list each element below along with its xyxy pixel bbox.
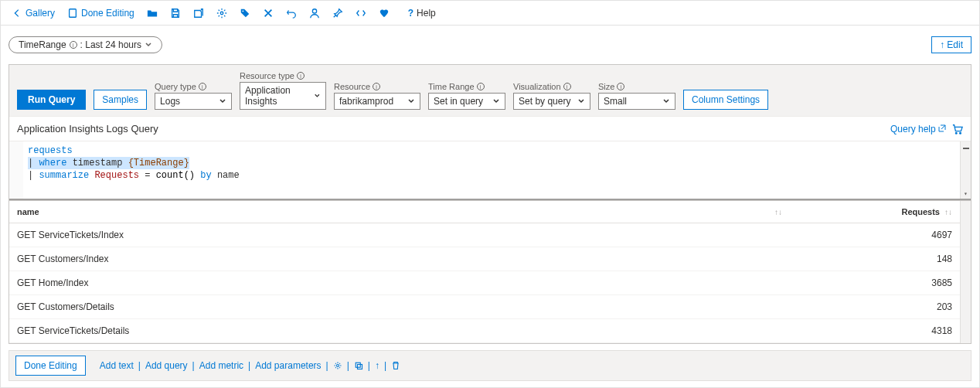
samples-button[interactable]: Samples (94, 90, 147, 110)
heart-icon (379, 8, 390, 19)
tok-table: requests (28, 145, 73, 156)
pill-prefix: TimeRange (19, 39, 66, 50)
tag-button[interactable] (235, 5, 255, 21)
cell-name: GET ServiceTickets/Details (9, 319, 790, 342)
shopping-cart-icon[interactable] (952, 124, 963, 134)
col-header-requests-label: Requests (901, 207, 940, 216)
querytype-label: Query type (155, 82, 196, 91)
pin-button[interactable] (328, 5, 348, 21)
svg-point-6 (336, 365, 339, 367)
save-button[interactable] (165, 5, 185, 21)
query-toolbar: Run Query Samples Query typei Logs Resou… (9, 65, 971, 117)
svg-point-2 (242, 10, 243, 12)
sort-icon: ↑↓ (774, 208, 782, 216)
svg-rect-7 (356, 362, 360, 367)
svg-point-3 (312, 9, 316, 12)
help-button[interactable]: ? Help (403, 5, 441, 21)
table-row[interactable]: GET Home/Index3685 (9, 271, 960, 295)
tok-summarize: summarize (39, 170, 89, 181)
table-row[interactable]: GET ServiceTickets/Index4697 (9, 223, 960, 247)
redo-button[interactable] (305, 5, 325, 21)
restype-label: Resource type (240, 71, 294, 80)
querytype-value: Logs (160, 96, 180, 107)
move-up-button[interactable]: ↑ (375, 360, 379, 371)
table-row[interactable]: GET Customers/Index148 (9, 247, 960, 271)
viz-label: Visualization (513, 82, 561, 91)
add-parameters-link[interactable]: Add parameters (255, 360, 321, 371)
tok-param: {TimeRange} (128, 158, 189, 168)
arrow-left-icon (12, 8, 22, 19)
resource-value: fabrikamprod (339, 96, 393, 107)
gallery-button[interactable]: Gallery (7, 5, 60, 21)
col-header-name-label: name (17, 207, 39, 216)
timerange-parameter-pill[interactable]: TimeRange i : Last 24 hours (9, 36, 162, 53)
gear-icon (216, 8, 227, 19)
cell-requests: 4697 (790, 223, 960, 247)
done-editing-bottom-button[interactable]: Done Editing (15, 356, 86, 376)
done-editing-top-button[interactable]: Done Editing (63, 5, 139, 21)
table-row[interactable]: GET ServiceTickets/Details4318 (9, 319, 960, 343)
chevron-down-icon (407, 97, 415, 105)
column-settings-button[interactable]: Column Settings (683, 90, 768, 110)
resource-dropdown[interactable]: fabrikamprod (334, 93, 420, 110)
querytype-dropdown[interactable]: Logs (155, 93, 232, 110)
done-editing-top-label: Done Editing (81, 8, 134, 19)
info-icon: i (563, 83, 571, 90)
chevron-down-icon (492, 97, 500, 105)
delete-button[interactable] (258, 5, 278, 21)
editor-content[interactable]: requests | where timestamp {TimeRange} |… (23, 141, 960, 199)
editor-scrollbar[interactable]: ▾ (960, 141, 971, 199)
add-query-link[interactable]: Add query (145, 360, 188, 371)
chevron-down-icon (577, 97, 585, 105)
add-text-link[interactable]: Add text (100, 360, 134, 371)
external-link-icon (938, 124, 946, 132)
person-icon (309, 8, 320, 19)
tag-icon (240, 8, 250, 19)
add-metric-link[interactable]: Add metric (199, 360, 243, 371)
info-icon: i (297, 72, 305, 80)
pill-suffix: : Last 24 hours (80, 39, 141, 50)
gear-icon[interactable] (333, 361, 342, 370)
cell-name: GET Customers/Details (9, 295, 790, 318)
col-header-requests[interactable]: Requests ↑↓ (790, 201, 960, 223)
editor-gutter (9, 141, 23, 199)
edit-step-button[interactable]: ↑ Edit (931, 36, 971, 53)
svg-point-1 (220, 12, 223, 15)
save-as-button[interactable] (189, 5, 209, 21)
cell-requests: 148 (790, 247, 960, 271)
feedback-button[interactable] (374, 5, 394, 21)
kql-editor[interactable]: requests | where timestamp {TimeRange} |… (9, 141, 971, 200)
size-value: Small (604, 96, 627, 107)
timerange-dropdown[interactable]: Set in query (428, 93, 505, 110)
tok-eq: = (139, 170, 156, 181)
run-query-button[interactable]: Run Query (17, 90, 86, 110)
clone-icon[interactable] (354, 361, 363, 370)
gallery-label: Gallery (26, 8, 55, 19)
info-icon: i (617, 83, 624, 90)
restype-dropdown[interactable]: Application Insights (240, 82, 326, 110)
viz-dropdown[interactable]: Set by query (513, 93, 590, 110)
results-grid: name ↑↓ Requests ↑↓ GET ServiceTickets/I… (9, 201, 971, 344)
table-row[interactable]: GET Customers/Details203 (9, 295, 960, 319)
svg-point-4 (955, 132, 957, 134)
settings-button[interactable] (212, 5, 232, 21)
query-help-link[interactable]: Query help (890, 124, 946, 134)
size-dropdown[interactable]: Small (598, 93, 675, 110)
timerange-value: Set in query (434, 96, 483, 107)
advanced-editor-button[interactable] (351, 5, 371, 21)
sort-icon: ↑↓ (944, 208, 952, 216)
chevron-down-icon (314, 92, 321, 100)
cell-name: GET Customers/Index (9, 247, 790, 271)
cell-requests: 203 (790, 295, 960, 318)
query-help-label: Query help (890, 124, 936, 134)
chevron-down-icon (662, 97, 670, 105)
table-scrollbar[interactable] (960, 201, 971, 343)
col-header-name[interactable]: name ↑↓ (9, 201, 790, 223)
query-panel: Run Query Samples Query typei Logs Resou… (9, 64, 971, 201)
undo-button[interactable] (281, 5, 301, 21)
chevron-down-icon (145, 41, 152, 49)
open-button[interactable] (142, 5, 162, 21)
cell-requests: 4318 (790, 319, 960, 342)
restype-value: Application Insights (245, 85, 314, 107)
trash-icon[interactable] (391, 361, 400, 370)
